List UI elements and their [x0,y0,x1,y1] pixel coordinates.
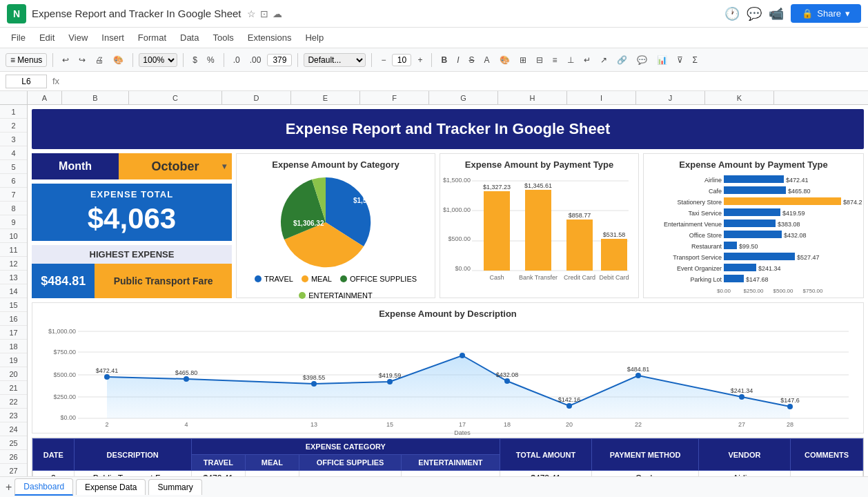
data-table: DATE DESCRIPTION EXPENSE CATEGORY TOTAL … [32,438,863,476]
toolbar-sep-3 [183,53,184,67]
dec-decimal-btn[interactable]: .0 [230,53,244,67]
hbar-label-office: Office Store [689,232,722,239]
tab-expense-data[interactable]: Expense Data [76,479,146,495]
tab-summary[interactable]: Summary [148,479,201,495]
formula-bar: L6 fx [0,72,868,91]
merge-btn[interactable]: ⊟ [533,53,546,67]
cell-ref-input[interactable]: L6 [6,75,47,88]
menu-tools[interactable]: Tools [207,30,239,45]
rotation-btn[interactable]: ↗ [597,53,611,67]
hbar-chart-svg: Airline $472.41 Cafe $465.80 Stationery … [649,174,853,298]
legend-entertainment-dot [299,292,306,299]
th-date: DATE [33,439,75,471]
menu-format[interactable]: Format [132,30,172,45]
hbar-bar-parking [724,275,744,282]
fill-color-btn[interactable]: 🎨 [496,53,513,67]
row-25: 25 [0,436,27,450]
col-c[interactable]: C [129,91,222,104]
menu-edit[interactable]: Edit [34,30,60,45]
sheet-area: 1 2 3 4 5 6 7 8 9 10 11 12 13 14 15 16 1… [0,105,868,476]
menu-extensions[interactable]: Extensions [242,30,297,45]
chart-btn[interactable]: 📊 [653,53,671,67]
line-val-22: $484.81 [627,366,650,373]
row-15: 15 [0,298,27,312]
currency-btn[interactable]: $ [189,54,201,66]
inc-decimal-btn[interactable]: .00 [246,53,265,67]
add-sheet-btn[interactable]: + [6,481,12,494]
share-button[interactable]: 🔒 Share ▾ [791,4,861,23]
col-g[interactable]: G [429,91,498,104]
formula-input[interactable] [65,77,862,86]
col-k[interactable]: K [705,91,774,104]
doc-title: Expense Report and Tracker In Google She… [32,8,241,19]
align-btn[interactable]: ≡ [549,53,561,67]
comments-btn[interactable]: 💬 [747,6,762,21]
legend-meal-label: MEAL [311,275,332,283]
text-color-btn[interactable]: A [480,53,493,67]
cloud-icon[interactable]: ☁ [273,8,282,19]
line-chart-title: Expense Amount by Description [38,309,858,319]
line-point-27 [739,394,744,400]
line-x-2: 2 [105,421,108,428]
menu-help[interactable]: Help [299,30,329,45]
col-f[interactable]: F [360,91,429,104]
undo-btn[interactable]: ↩ [59,53,72,67]
td-meal-1 [245,471,299,477]
paint-format-btn[interactable]: 🎨 [110,53,127,67]
hbar-x-0: $0.00 [717,288,731,294]
col-j[interactable]: J [636,91,705,104]
meet-btn[interactable]: 📹 [769,6,784,21]
hbar-val-entertainment: $383.08 [778,221,800,228]
col-h[interactable]: H [498,91,567,104]
italic-btn[interactable]: I [453,53,462,67]
legend-meal-dot [302,275,308,282]
month-dropdown-icon[interactable]: ▾ [222,162,226,171]
font-size-increase-btn[interactable]: + [414,53,426,67]
font-size-input[interactable] [267,54,292,66]
bold-btn[interactable]: B [437,53,451,67]
menu-view[interactable]: View [63,30,93,45]
col-d[interactable]: D [222,91,291,104]
tab-dashboard[interactable]: Dashboard [14,478,73,496]
comment-btn[interactable]: 💬 [633,53,651,67]
legend-entertainment: ENTERTAINMENT [299,291,373,300]
hbar-val-parking: $147.68 [746,276,769,283]
font-select[interactable]: Default... [304,53,366,67]
star-icon[interactable]: ☆ [247,8,256,19]
col-a[interactable]: A [28,91,62,104]
row-19: 19 [0,353,27,367]
menu-data[interactable]: Data [175,30,204,45]
link-btn[interactable]: 🔗 [613,53,631,67]
font-size-field[interactable] [392,54,411,66]
row-3: 3 [0,133,27,146]
row-18: 18 [0,340,27,353]
strikethrough-btn[interactable]: S [465,53,477,67]
menus-btn[interactable]: ≡ Menus [6,53,47,67]
history-btn[interactable]: 🕐 [724,6,740,21]
menu-file[interactable]: File [6,30,31,45]
col-i[interactable]: I [567,91,636,104]
percent-btn[interactable]: % [204,54,218,66]
legend-travel-label: TRAVEL [264,275,293,283]
row-10: 10 [0,229,27,243]
history-icon[interactable]: ⊡ [260,8,268,19]
hbar-chart-area: Airline $472.41 Cafe $465.80 Stationery … [649,174,858,300]
col-e[interactable]: E [291,91,360,104]
filter-btn[interactable]: ⊽ [673,53,687,67]
col-b[interactable]: B [62,91,129,104]
borders-btn[interactable]: ⊞ [516,53,530,67]
menu-insert[interactable]: Insert [96,30,130,45]
valign-btn[interactable]: ⊥ [564,53,578,67]
font-size-decrease-btn[interactable]: − [377,53,389,67]
month-value[interactable]: October ▾ [119,153,232,179]
func-btn[interactable]: Σ [689,53,701,67]
wrap-btn[interactable]: ↵ [580,53,594,67]
month-label: Month [32,153,119,179]
zoom-select[interactable]: 100% [139,53,177,67]
line-y-250: $250.00 [53,393,76,400]
line-x-17: 17 [459,421,466,428]
line-x-22: 22 [635,421,642,428]
line-area-fill [107,355,790,418]
print-btn[interactable]: 🖨 [92,53,107,67]
redo-btn[interactable]: ↪ [75,53,89,67]
